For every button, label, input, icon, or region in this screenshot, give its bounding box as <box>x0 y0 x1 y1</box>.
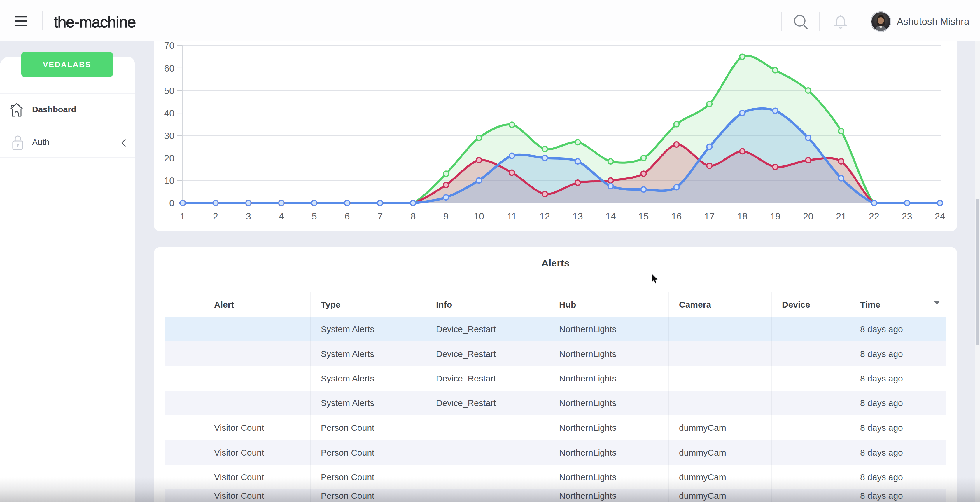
svg-text:2: 2 <box>213 211 218 222</box>
svg-text:12: 12 <box>539 211 550 222</box>
svg-text:18: 18 <box>737 211 748 222</box>
svg-text:5: 5 <box>312 211 317 222</box>
svg-text:17: 17 <box>705 211 715 222</box>
svg-text:30: 30 <box>164 131 174 141</box>
svg-text:21: 21 <box>836 211 846 222</box>
svg-text:8: 8 <box>410 211 415 222</box>
svg-text:16: 16 <box>671 211 682 222</box>
svg-text:19: 19 <box>770 211 781 222</box>
svg-text:10: 10 <box>164 175 174 186</box>
svg-text:3: 3 <box>246 211 251 222</box>
svg-text:0: 0 <box>169 198 174 209</box>
svg-text:13: 13 <box>573 211 583 222</box>
svg-text:50: 50 <box>164 86 174 96</box>
svg-text:10: 10 <box>474 211 484 222</box>
svg-text:40: 40 <box>164 108 174 118</box>
svg-text:24: 24 <box>935 211 945 222</box>
svg-text:7: 7 <box>378 211 383 222</box>
svg-text:14: 14 <box>606 211 616 222</box>
svg-text:4: 4 <box>279 211 284 222</box>
svg-text:9: 9 <box>443 211 449 222</box>
svg-text:60: 60 <box>164 63 174 73</box>
svg-text:15: 15 <box>638 211 649 222</box>
svg-text:70: 70 <box>164 41 174 51</box>
svg-text:20: 20 <box>803 211 813 222</box>
svg-text:23: 23 <box>902 211 912 222</box>
svg-text:6: 6 <box>345 211 350 222</box>
svg-text:1: 1 <box>180 211 185 222</box>
svg-text:20: 20 <box>164 153 174 163</box>
svg-text:11: 11 <box>507 211 517 222</box>
svg-text:22: 22 <box>869 211 880 222</box>
